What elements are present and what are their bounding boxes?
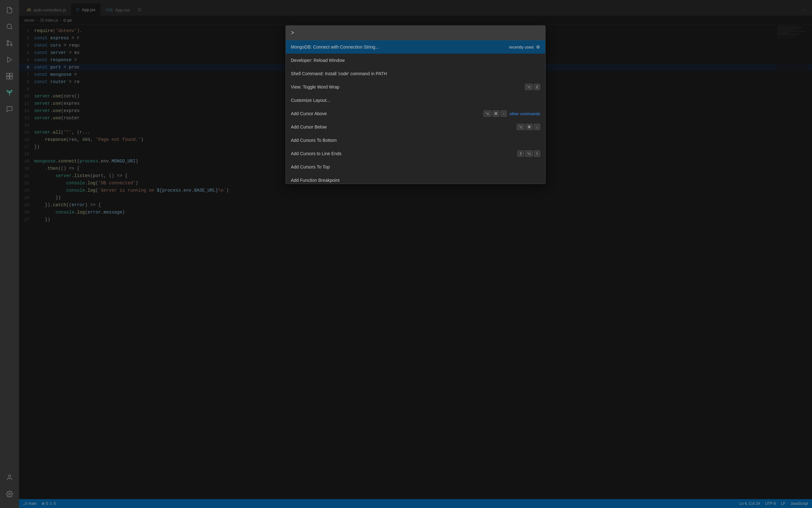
svg-rect-9 <box>7 77 9 79</box>
other-commands-label[interactable]: other commands <box>509 111 540 116</box>
account-icon[interactable] <box>2 470 17 485</box>
kbd-i: I <box>534 151 540 157</box>
kbd-opt3: ⌥ <box>525 151 533 157</box>
kbd-cmd: ⌘ <box>492 111 500 117</box>
command-cursor-below-meta: ⌥ ⌘ ↓ <box>517 124 540 130</box>
command-cursor-below-label: Add Cursor Below <box>291 124 517 129</box>
kbd-cursor-below: ⌥ ⌘ ↓ <box>517 124 540 130</box>
svg-point-4 <box>7 44 9 46</box>
svg-rect-7 <box>7 73 9 76</box>
command-item-developer-reload[interactable]: Developer: Reload Window <box>286 54 545 67</box>
svg-marker-6 <box>8 57 12 62</box>
settings-icon[interactable] <box>2 486 17 502</box>
command-item-add-cursors-line-ends[interactable]: Add Cursors to Line Ends ⇧ ⌥ I <box>286 147 545 160</box>
svg-point-3 <box>7 41 9 43</box>
command-palette: MongoDB: Connect with Connection String.… <box>285 26 546 184</box>
command-cursors-bottom-label: Add Cursors To Bottom <box>291 138 540 143</box>
command-item-add-function-breakpoint[interactable]: Add Function Breakpoint <box>286 174 545 184</box>
command-palette-overlay: MongoDB: Connect with Connection String.… <box>19 0 812 508</box>
kbd-cmd2: ⌘ <box>526 124 533 130</box>
command-layout-label: Customize Layout... <box>291 98 540 103</box>
command-item-add-cursors-top[interactable]: Add Cursors To Top <box>286 160 545 174</box>
command-word-wrap-label: View: Toggle Word Wrap <box>291 84 525 89</box>
plant-icon[interactable] <box>2 85 17 100</box>
recently-used-label: recently used <box>509 45 534 49</box>
kbd-cursor-above: ⌥ ⌘ ↑ <box>483 111 507 117</box>
settings-gear-icon[interactable]: ⚙ <box>536 44 540 49</box>
run-debug-icon[interactable] <box>2 52 17 67</box>
svg-point-0 <box>7 24 12 29</box>
command-item-add-cursor-below[interactable]: Add Cursor Below ⌥ ⌘ ↓ <box>286 120 545 134</box>
command-item-add-cursor-above[interactable]: Add Cursor Above ⌥ ⌘ ↑ other commands <box>286 107 545 120</box>
command-reload-label: Developer: Reload Window <box>291 58 540 63</box>
kbd-down: ↓ <box>534 124 540 130</box>
svg-point-11 <box>8 475 10 477</box>
svg-point-12 <box>9 493 10 495</box>
command-item-mongodb[interactable]: MongoDB: Connect with Connection String.… <box>286 40 545 54</box>
kbd-word-wrap: ⌥ Z <box>525 84 540 90</box>
command-cursor-above-label: Add Cursor Above <box>291 111 483 116</box>
svg-point-2 <box>10 44 12 46</box>
command-mongodb-meta: recently used ⚙ <box>509 44 540 49</box>
command-word-wrap-kbd: ⌥ Z <box>525 84 540 90</box>
command-cursors-line-ends-kbd: ⇧ ⌥ I <box>517 151 540 157</box>
command-function-breakpoint-label: Add Function Breakpoint <box>291 178 540 183</box>
kbd-alt: ⌥ <box>525 84 533 90</box>
source-control-icon[interactable] <box>2 36 17 51</box>
command-palette-input[interactable] <box>286 26 545 40</box>
command-item-word-wrap[interactable]: View: Toggle Word Wrap ⌥ Z <box>286 80 545 94</box>
svg-rect-8 <box>10 73 12 76</box>
search-icon[interactable] <box>2 19 17 34</box>
kbd-opt: ⌥ <box>483 111 491 117</box>
svg-rect-10 <box>10 77 12 79</box>
command-shell-label: Shell Command: Install 'code' command in… <box>291 71 540 76</box>
command-cursors-top-label: Add Cursors To Top <box>291 164 540 169</box>
kbd-shift: ⇧ <box>517 151 524 157</box>
command-mongodb-label: MongoDB: Connect with Connection String.… <box>291 44 509 49</box>
command-item-add-cursors-bottom[interactable]: Add Cursors To Bottom <box>286 134 545 147</box>
editor-area: JS auth-controllers.js ⬡ App.jsx CSS App… <box>19 0 812 508</box>
command-list: MongoDB: Connect with Connection String.… <box>286 40 545 184</box>
command-item-customize-layout[interactable]: Customize Layout... <box>286 94 545 107</box>
kbd-opt2: ⌥ <box>517 124 525 130</box>
activity-bar-bottom <box>2 470 17 502</box>
svg-line-1 <box>11 28 12 29</box>
files-icon[interactable] <box>2 3 17 18</box>
kbd-up: ↑ <box>500 111 507 117</box>
command-input-wrapper <box>286 26 545 40</box>
command-item-shell[interactable]: Shell Command: Install 'code' command in… <box>286 67 545 80</box>
command-cursor-above-meta: ⌥ ⌘ ↑ other commands <box>483 111 540 117</box>
extensions-icon[interactable] <box>2 69 17 84</box>
activity-bar <box>0 0 19 508</box>
command-cursors-line-ends-label: Add Cursors to Line Ends <box>291 151 517 156</box>
kbd-line-ends: ⇧ ⌥ I <box>517 151 540 157</box>
kbd-z: Z <box>534 84 540 90</box>
chat-icon[interactable] <box>2 101 17 117</box>
